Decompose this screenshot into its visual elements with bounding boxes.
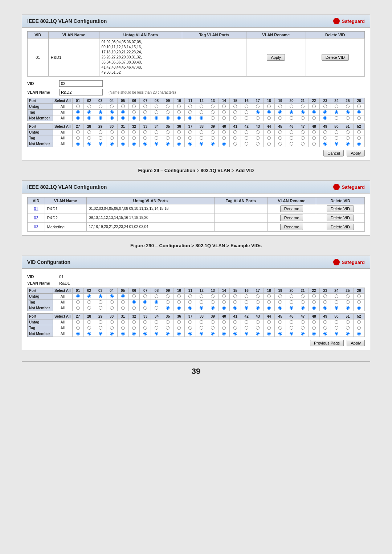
v3-tag-26[interactable] — [357, 300, 361, 304]
v3-untag-13[interactable] — [211, 294, 215, 298]
v3-nm-b-52[interactable] — [357, 332, 361, 335]
v3-untag-b-43[interactable] — [256, 320, 260, 324]
v3-nm-b-40[interactable] — [222, 332, 226, 335]
untag-radio-b-51[interactable] — [346, 130, 350, 134]
untag-radio-b-28[interactable] — [87, 130, 91, 134]
untag-radio-15[interactable] — [233, 105, 237, 108]
v3-nm-08[interactable] — [155, 306, 158, 310]
nm-radio-18[interactable] — [267, 116, 271, 120]
v3-nm-b-37[interactable] — [188, 332, 192, 335]
v3-tag-07[interactable] — [143, 300, 147, 304]
v3-tag-b-47[interactable] — [301, 326, 305, 330]
v3-nm-b-32[interactable] — [132, 332, 136, 335]
tag-radio-17[interactable] — [256, 110, 260, 114]
v3-untag-03[interactable] — [99, 294, 102, 298]
v3-untag-20[interactable] — [290, 294, 293, 298]
v3-tag-09[interactable] — [166, 300, 170, 304]
v3-untag-10[interactable] — [177, 294, 181, 298]
untag-radio-b-41[interactable] — [233, 130, 237, 134]
tag-radio-b-49[interactable] — [323, 136, 327, 140]
v3-tag-05[interactable] — [121, 300, 125, 304]
untag-radio-14[interactable] — [222, 105, 226, 108]
tag-radio-05[interactable] — [121, 110, 125, 114]
nm-radio-b-51[interactable] — [346, 142, 350, 146]
v3-untag-08[interactable] — [155, 294, 158, 298]
v3-tag-06[interactable] — [132, 300, 136, 304]
v3-untag-07[interactable] — [143, 294, 147, 298]
tag-radio-23[interactable] — [323, 110, 327, 114]
tag-radio-09[interactable] — [166, 110, 170, 114]
v3-nm-b-30[interactable] — [110, 332, 114, 335]
untag-radio-b-38[interactable] — [200, 130, 203, 134]
v3-nm-10[interactable] — [177, 306, 181, 310]
v3-tag-b-28[interactable] — [87, 326, 91, 330]
v3-untag-b-32[interactable] — [132, 320, 136, 324]
v3-tag-12[interactable] — [200, 300, 203, 304]
tag-radio-b-38[interactable] — [200, 136, 203, 140]
v3-nm-12[interactable] — [200, 306, 203, 310]
v3-untag-b-51[interactable] — [346, 320, 350, 324]
tag-radio-19[interactable] — [278, 110, 282, 114]
v3-untag-b-47[interactable] — [301, 320, 305, 324]
v3-nm-03[interactable] — [99, 306, 102, 310]
untag-radio-21[interactable] — [301, 105, 305, 108]
untag-radio-b-29[interactable] — [99, 130, 102, 134]
v3-untag-16[interactable] — [245, 294, 248, 298]
v3-untag-25[interactable] — [346, 294, 350, 298]
untag-radio-b-32[interactable] — [132, 130, 136, 134]
v3-tag-b-32[interactable] — [132, 326, 136, 330]
v3-untag-b-41[interactable] — [233, 320, 237, 324]
untag-radio-03[interactable] — [99, 105, 102, 108]
v3-untag-b-31[interactable] — [121, 320, 125, 324]
nm-radio-11[interactable] — [188, 116, 192, 120]
untag-radio-b-47[interactable] — [301, 130, 305, 134]
v3-nm-b-50[interactable] — [335, 332, 338, 335]
apply-btn-1[interactable]: Apply — [267, 54, 285, 61]
v3-untag-05[interactable] — [121, 294, 125, 298]
tag-radio-25[interactable] — [346, 110, 350, 114]
delete-btn-01[interactable]: Delete VID — [327, 205, 354, 212]
v3-untag-b-30[interactable] — [110, 320, 114, 324]
nm-radio-b-47[interactable] — [301, 142, 305, 146]
v3-nm-04[interactable] — [110, 306, 114, 310]
v3-untag-22[interactable] — [312, 294, 316, 298]
untag-radio-24[interactable] — [335, 105, 338, 108]
tag-radio-b-42[interactable] — [245, 136, 248, 140]
tag-radio-b-29[interactable] — [99, 136, 102, 140]
untag-radio-17[interactable] — [256, 105, 260, 108]
nm-radio-17[interactable] — [256, 116, 260, 120]
untag-radio-18[interactable] — [267, 105, 271, 108]
untag-radio-b-43[interactable] — [256, 130, 260, 134]
v3-nm-13[interactable] — [211, 306, 215, 310]
untag-radio-02[interactable] — [87, 105, 91, 108]
tag-radio-21[interactable] — [301, 110, 305, 114]
v3-untag-06[interactable] — [132, 294, 136, 298]
nm-radio-03[interactable] — [99, 116, 102, 120]
delete-vid-btn-1[interactable]: Delete VID — [322, 54, 349, 61]
v3-tag-22[interactable] — [312, 300, 316, 304]
v3-untag-b-34[interactable] — [155, 320, 158, 324]
v3-untag-b-48[interactable] — [312, 320, 316, 324]
v3-tag-b-51[interactable] — [346, 326, 350, 330]
v3-untag-21[interactable] — [301, 294, 305, 298]
nm-radio-09[interactable] — [166, 116, 170, 120]
v3-tag-b-36[interactable] — [177, 326, 181, 330]
v3-tag-b-43[interactable] — [256, 326, 260, 330]
untag-radio-b-35[interactable] — [166, 130, 170, 134]
v3-nm-07[interactable] — [143, 306, 147, 310]
nm-radio-b-44[interactable] — [267, 142, 271, 146]
v3-tag-b-50[interactable] — [335, 326, 338, 330]
v3-nm-19[interactable] — [278, 306, 282, 310]
tag-radio-b-51[interactable] — [346, 136, 350, 140]
v3-nm-b-36[interactable] — [177, 332, 181, 335]
v3-tag-20[interactable] — [290, 300, 293, 304]
v3-untag-b-37[interactable] — [188, 320, 192, 324]
nm-radio-08[interactable] — [155, 116, 158, 120]
nm-radio-07[interactable] — [143, 116, 147, 120]
untag-radio-b-44[interactable] — [267, 130, 271, 134]
v3-nm-24[interactable] — [335, 306, 338, 310]
v3-nm-18[interactable] — [267, 306, 271, 310]
nm-radio-26[interactable] — [357, 116, 361, 120]
v3-tag-b-35[interactable] — [166, 326, 170, 330]
tag-radio-22[interactable] — [312, 110, 316, 114]
